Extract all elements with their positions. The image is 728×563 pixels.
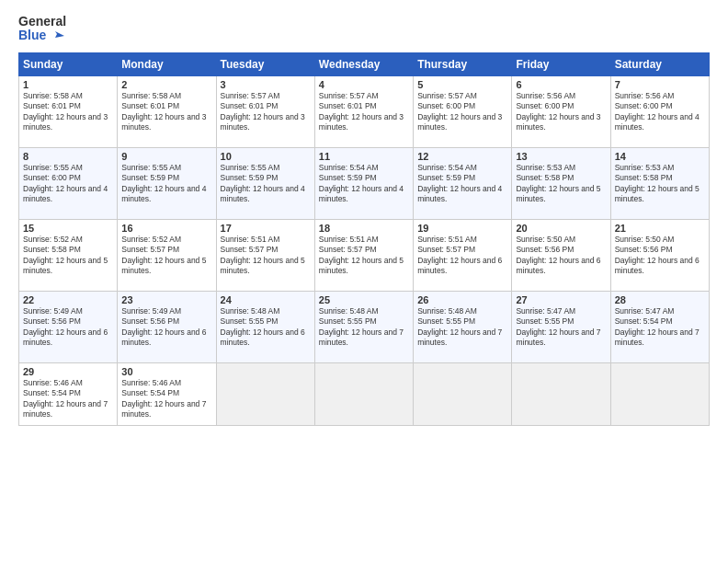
- logo-bird-icon: [48, 29, 64, 42]
- day-number: 27: [516, 294, 606, 305]
- day-number: 15: [23, 223, 113, 234]
- cell-sun-info: Sunrise: 5:51 AMSunset: 5:57 PMDaylight:…: [319, 235, 409, 277]
- calendar-cell: 29Sunrise: 5:46 AMSunset: 5:54 PMDayligh…: [19, 362, 118, 425]
- calendar-cell: 28Sunrise: 5:47 AMSunset: 5:54 PMDayligh…: [610, 291, 709, 362]
- cell-sun-info: Sunrise: 5:57 AMSunset: 6:01 PMDaylight:…: [319, 91, 409, 133]
- day-number: 23: [121, 294, 211, 305]
- calendar-cell: 12Sunrise: 5:54 AMSunset: 5:59 PMDayligh…: [414, 147, 512, 219]
- day-number: 11: [319, 151, 409, 162]
- calendar-cell: 23Sunrise: 5:49 AMSunset: 5:56 PMDayligh…: [118, 291, 216, 362]
- cell-sun-info: Sunrise: 5:55 AMSunset: 5:59 PMDaylight:…: [221, 163, 311, 205]
- calendar-week-row: 8Sunrise: 5:55 AMSunset: 6:00 PMDaylight…: [19, 147, 710, 219]
- calendar-table: SundayMondayTuesdayWednesdayThursdayFrid…: [18, 52, 710, 426]
- weekday-header: Saturday: [610, 52, 709, 75]
- day-number: 14: [615, 151, 705, 162]
- day-number: 25: [319, 294, 409, 305]
- day-number: 24: [221, 294, 311, 305]
- calendar-week-row: 22Sunrise: 5:49 AMSunset: 5:56 PMDayligh…: [19, 291, 710, 362]
- cell-sun-info: Sunrise: 5:47 AMSunset: 5:54 PMDaylight:…: [615, 306, 705, 349]
- cell-sun-info: Sunrise: 5:51 AMSunset: 5:57 PMDaylight:…: [221, 235, 311, 277]
- calendar-cell: 17Sunrise: 5:51 AMSunset: 5:57 PMDayligh…: [216, 219, 314, 291]
- day-number: 18: [319, 223, 409, 234]
- day-number: 8: [23, 151, 113, 162]
- day-number: 5: [417, 79, 507, 90]
- day-number: 21: [615, 223, 705, 234]
- cell-sun-info: Sunrise: 5:51 AMSunset: 5:57 PMDaylight:…: [417, 235, 507, 277]
- weekday-header: Friday: [512, 52, 610, 75]
- calendar-cell: 20Sunrise: 5:50 AMSunset: 5:56 PMDayligh…: [512, 219, 610, 291]
- calendar-cell: 27Sunrise: 5:47 AMSunset: 5:55 PMDayligh…: [512, 291, 610, 362]
- cell-sun-info: Sunrise: 5:48 AMSunset: 5:55 PMDaylight:…: [319, 306, 409, 349]
- cell-sun-info: Sunrise: 5:49 AMSunset: 5:56 PMDaylight:…: [121, 306, 211, 349]
- calendar-cell: 8Sunrise: 5:55 AMSunset: 6:00 PMDaylight…: [19, 147, 118, 219]
- calendar-cell: 24Sunrise: 5:48 AMSunset: 5:55 PMDayligh…: [216, 291, 314, 362]
- cell-sun-info: Sunrise: 5:57 AMSunset: 6:00 PMDaylight:…: [417, 91, 507, 133]
- weekday-header: Monday: [118, 52, 216, 75]
- calendar-cell: 26Sunrise: 5:48 AMSunset: 5:55 PMDayligh…: [414, 291, 512, 362]
- day-number: 9: [121, 151, 211, 162]
- calendar-cell: [610, 362, 709, 425]
- calendar-cell: 19Sunrise: 5:51 AMSunset: 5:57 PMDayligh…: [414, 219, 512, 291]
- day-number: 19: [417, 223, 507, 234]
- calendar-cell: 3Sunrise: 5:57 AMSunset: 6:01 PMDaylight…: [216, 75, 314, 147]
- day-number: 30: [121, 366, 211, 377]
- cell-sun-info: Sunrise: 5:56 AMSunset: 6:00 PMDaylight:…: [516, 91, 606, 133]
- cell-sun-info: Sunrise: 5:47 AMSunset: 5:55 PMDaylight:…: [516, 306, 606, 349]
- logo-general: General: [18, 15, 66, 29]
- calendar-cell: 16Sunrise: 5:52 AMSunset: 5:57 PMDayligh…: [118, 219, 216, 291]
- cell-sun-info: Sunrise: 5:58 AMSunset: 6:01 PMDaylight:…: [23, 91, 113, 133]
- cell-sun-info: Sunrise: 5:55 AMSunset: 6:00 PMDaylight:…: [23, 163, 113, 205]
- calendar-cell: 4Sunrise: 5:57 AMSunset: 6:01 PMDaylight…: [314, 75, 413, 147]
- calendar-cell: 9Sunrise: 5:55 AMSunset: 5:59 PMDaylight…: [118, 147, 216, 219]
- day-number: 4: [319, 79, 409, 90]
- calendar-cell: 22Sunrise: 5:49 AMSunset: 5:56 PMDayligh…: [19, 291, 118, 362]
- day-number: 13: [516, 151, 606, 162]
- calendar-cell: 5Sunrise: 5:57 AMSunset: 6:00 PMDaylight…: [414, 75, 512, 147]
- day-number: 1: [23, 79, 113, 90]
- cell-sun-info: Sunrise: 5:56 AMSunset: 6:00 PMDaylight:…: [615, 91, 705, 133]
- cell-sun-info: Sunrise: 5:54 AMSunset: 5:59 PMDaylight:…: [319, 163, 409, 205]
- weekday-header: Wednesday: [314, 52, 413, 75]
- calendar-cell: [216, 362, 314, 425]
- cell-sun-info: Sunrise: 5:53 AMSunset: 5:58 PMDaylight:…: [615, 163, 705, 205]
- calendar-cell: [414, 362, 512, 425]
- day-number: 28: [615, 294, 705, 305]
- day-number: 17: [221, 223, 311, 234]
- calendar-week-row: 29Sunrise: 5:46 AMSunset: 5:54 PMDayligh…: [19, 362, 710, 425]
- calendar-cell: 13Sunrise: 5:53 AMSunset: 5:58 PMDayligh…: [512, 147, 610, 219]
- cell-sun-info: Sunrise: 5:48 AMSunset: 5:55 PMDaylight:…: [221, 306, 311, 349]
- day-number: 6: [516, 79, 606, 90]
- day-number: 2: [121, 79, 211, 90]
- cell-sun-info: Sunrise: 5:48 AMSunset: 5:55 PMDaylight:…: [417, 306, 507, 349]
- day-number: 29: [23, 366, 113, 377]
- calendar-cell: 25Sunrise: 5:48 AMSunset: 5:55 PMDayligh…: [314, 291, 413, 362]
- cell-sun-info: Sunrise: 5:58 AMSunset: 6:01 PMDaylight:…: [121, 91, 211, 133]
- cell-sun-info: Sunrise: 5:53 AMSunset: 5:58 PMDaylight:…: [516, 163, 606, 205]
- cell-sun-info: Sunrise: 5:54 AMSunset: 5:59 PMDaylight:…: [417, 163, 507, 205]
- logo: General Blue: [18, 15, 66, 43]
- calendar-cell: 14Sunrise: 5:53 AMSunset: 5:58 PMDayligh…: [610, 147, 709, 219]
- logo-blue: Blue: [18, 29, 64, 42]
- weekday-header: Sunday: [19, 52, 118, 75]
- day-number: 12: [417, 151, 507, 162]
- calendar-cell: [512, 362, 610, 425]
- calendar-cell: [314, 362, 413, 425]
- cell-sun-info: Sunrise: 5:46 AMSunset: 5:54 PMDaylight:…: [23, 378, 113, 420]
- header-row: SundayMondayTuesdayWednesdayThursdayFrid…: [19, 52, 710, 75]
- cell-sun-info: Sunrise: 5:52 AMSunset: 5:57 PMDaylight:…: [121, 235, 211, 277]
- calendar-cell: 18Sunrise: 5:51 AMSunset: 5:57 PMDayligh…: [314, 219, 413, 291]
- svg-marker-0: [55, 31, 64, 38]
- calendar-cell: 7Sunrise: 5:56 AMSunset: 6:00 PMDaylight…: [610, 75, 709, 147]
- header: General Blue: [18, 15, 710, 43]
- calendar-cell: 6Sunrise: 5:56 AMSunset: 6:00 PMDaylight…: [512, 75, 610, 147]
- day-number: 20: [516, 223, 606, 234]
- calendar-cell: 2Sunrise: 5:58 AMSunset: 6:01 PMDaylight…: [118, 75, 216, 147]
- calendar-cell: 15Sunrise: 5:52 AMSunset: 5:58 PMDayligh…: [19, 219, 118, 291]
- day-number: 7: [615, 79, 705, 90]
- day-number: 3: [221, 79, 311, 90]
- calendar-cell: 11Sunrise: 5:54 AMSunset: 5:59 PMDayligh…: [314, 147, 413, 219]
- cell-sun-info: Sunrise: 5:57 AMSunset: 6:01 PMDaylight:…: [221, 91, 311, 133]
- calendar-cell: 21Sunrise: 5:50 AMSunset: 5:56 PMDayligh…: [610, 219, 709, 291]
- day-number: 16: [121, 223, 211, 234]
- calendar-cell: 30Sunrise: 5:46 AMSunset: 5:54 PMDayligh…: [118, 362, 216, 425]
